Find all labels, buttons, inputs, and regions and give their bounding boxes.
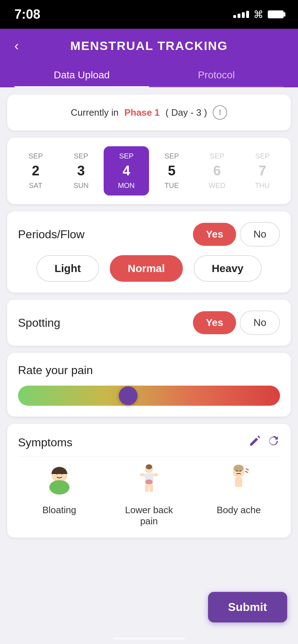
page-title: MENSTRUAL TRACKING [70, 39, 228, 53]
spotting-label: Spotting [18, 316, 60, 330]
info-icon[interactable]: ! [213, 105, 227, 120]
flow-heavy-button[interactable]: Heavy [194, 255, 261, 282]
svg-point-5 [146, 464, 152, 469]
symptom-bloating-icon [43, 464, 76, 500]
pain-card: Rate your pain [7, 353, 291, 417]
phase-text-before: Currently in [71, 107, 119, 118]
phase-info-card: Currently in Phase 1 ( Day - 3 ) ! [7, 95, 291, 130]
symptoms-title: Symptoms [18, 436, 72, 449]
tab-data-upload[interactable]: Data Upload [14, 63, 149, 87]
spotting-toggle: Yes No [193, 310, 280, 335]
wifi-icon: ⌘ [253, 9, 263, 20]
periods-no-button[interactable]: No [240, 222, 280, 247]
symptom-body-ache-label: Body ache [217, 505, 261, 516]
svg-point-9 [145, 479, 153, 484]
calendar-day-sep6[interactable]: SEP 6 WED [194, 146, 240, 196]
periods-yes-button[interactable]: Yes [193, 223, 236, 246]
spotting-no-button[interactable]: No [240, 310, 280, 335]
calendar-day-sep7[interactable]: SEP 7 THU [240, 146, 285, 196]
pain-label: Rate your pain [18, 364, 280, 377]
pain-slider-thumb[interactable] [119, 386, 137, 405]
calendar-day-sep5[interactable]: SEP 5 TUE [149, 146, 194, 196]
calendar-card: SEP 2 SAT SEP 3 SUN SEP 4 MON SEP 5 TUE … [7, 138, 291, 204]
symptom-lower-back-pain[interactable]: Lower backpain [108, 464, 190, 527]
symptom-bloating-label: Bloating [42, 505, 76, 516]
symptom-body-ache-icon [222, 464, 255, 500]
svg-rect-8 [153, 473, 158, 476]
calendar-day-sep2[interactable]: SEP 2 SAT [13, 146, 58, 196]
symptoms-refresh-icon[interactable] [267, 434, 280, 451]
header: ‹ MENSTRUAL TRACKING Data Upload Protoco… [0, 29, 298, 87]
svg-rect-7 [140, 473, 145, 476]
symptoms-edit-icon[interactable] [248, 434, 261, 451]
periods-flow-toggle: Yes No [193, 222, 280, 247]
periods-flow-card: Periods/Flow Yes No Light Normal Heavy [7, 211, 291, 293]
signal-icon [233, 11, 249, 18]
back-button[interactable]: ‹ [14, 38, 19, 54]
periods-flow-label: Periods/Flow [18, 228, 85, 241]
submit-button[interactable]: Submit [208, 592, 287, 622]
svg-point-13 [234, 465, 244, 472]
symptom-body-ache[interactable]: Body ache [198, 464, 280, 527]
status-time: 7:08 [14, 7, 40, 22]
symptom-bloating[interactable]: Bloating [18, 464, 100, 527]
svg-rect-11 [149, 484, 153, 492]
flow-light-button[interactable]: Light [36, 255, 99, 282]
symptoms-card: Symptoms [7, 424, 291, 538]
phase-day-text: ( Day - 3 ) [166, 107, 207, 118]
pain-slider[interactable] [18, 386, 280, 406]
symptom-back-pain-icon [133, 464, 165, 500]
main-content: Currently in Phase 1 ( Day - 3 ) ! SEP 2… [0, 87, 298, 644]
status-icons: ⌘ [233, 9, 284, 20]
tab-protocol[interactable]: Protocol [149, 63, 284, 87]
tab-bar: Data Upload Protocol [14, 63, 284, 87]
svg-rect-14 [235, 478, 242, 487]
battery-icon [268, 10, 284, 18]
symptoms-list: Bloating [18, 464, 280, 527]
svg-rect-10 [145, 484, 149, 492]
svg-point-1 [49, 480, 69, 494]
status-bar: 7:08 ⌘ [0, 0, 298, 29]
flow-normal-button[interactable]: Normal [110, 255, 183, 282]
symptoms-actions [248, 434, 280, 451]
calendar-days: SEP 2 SAT SEP 3 SUN SEP 4 MON SEP 5 TUE … [13, 146, 285, 196]
calendar-day-sep4[interactable]: SEP 4 MON [104, 146, 149, 196]
phase-label: Phase 1 [125, 107, 160, 118]
spotting-card: Spotting Yes No [7, 300, 291, 346]
spotting-yes-button[interactable]: Yes [193, 311, 236, 334]
symptom-back-pain-label: Lower backpain [125, 505, 173, 527]
flow-options: Light Normal Heavy [18, 255, 280, 282]
calendar-day-sep3[interactable]: SEP 3 SUN [58, 146, 104, 196]
submit-area: Submit [208, 592, 287, 622]
home-indicator [113, 638, 185, 640]
